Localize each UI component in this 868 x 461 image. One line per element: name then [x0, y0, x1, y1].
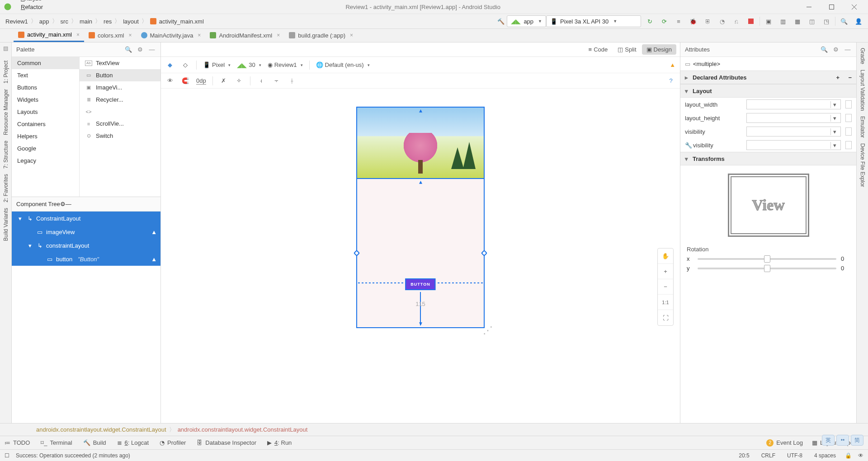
- file-encoding[interactable]: UTF-8: [784, 452, 805, 459]
- attribute-input[interactable]: ▾: [746, 99, 841, 109]
- palette-category[interactable]: Containers: [12, 118, 79, 130]
- breadcrumb-segment[interactable]: res: [102, 18, 113, 25]
- run-icon[interactable]: ≡: [673, 15, 684, 27]
- coverage-icon[interactable]: ⛨: [702, 15, 713, 27]
- magnet-icon[interactable]: 🧲: [181, 77, 190, 84]
- breadcrumb-segment[interactable]: main: [78, 18, 94, 25]
- palette-item[interactable]: ≡ScrollVie...: [80, 118, 160, 130]
- locale-selector[interactable]: 🌐Default (en-us)▾: [316, 61, 370, 68]
- tool-window-tab[interactable]: Gradle: [859, 45, 867, 67]
- close-icon[interactable]: ×: [76, 32, 80, 38]
- gear-icon[interactable]: ⚙: [136, 46, 144, 53]
- indent-setting[interactable]: 4 spaces: [811, 452, 839, 459]
- event-log-tab[interactable]: 2Event Log: [766, 439, 803, 447]
- theme-selector[interactable]: ◉Review1▾: [268, 61, 303, 68]
- app-quality-icon[interactable]: ◫: [806, 15, 818, 27]
- bottom-tool-tab[interactable]: ▶4: Run: [267, 439, 292, 446]
- editor-tab[interactable]: colors.xml×: [84, 28, 137, 42]
- pan-icon[interactable]: ✋: [658, 249, 673, 264]
- sdk-icon[interactable]: ▥: [777, 15, 789, 27]
- line-separator[interactable]: CRLF: [759, 452, 778, 459]
- layers-icon[interactable]: ◆: [165, 61, 175, 68]
- crumb-parent[interactable]: androidx.constraintlayout.widget.Constra…: [36, 426, 166, 433]
- editor-tab[interactable]: MainActivity.java×: [137, 28, 206, 42]
- warning-icon[interactable]: ▲: [670, 61, 675, 68]
- search-icon[interactable]: 🔍: [124, 46, 132, 53]
- resize-grip-icon[interactable]: ⋰: [483, 325, 493, 336]
- tool-window-tab[interactable]: Layout Validation: [859, 67, 867, 113]
- bottom-tool-tab[interactable]: ≣6: Logcat: [117, 439, 149, 446]
- layout-inspector-icon[interactable]: ▦: [792, 15, 803, 27]
- tool-window-tab[interactable]: Emulator: [859, 113, 867, 141]
- help-icon[interactable]: ?: [666, 77, 675, 84]
- breadcrumb-segment[interactable]: Review1: [4, 18, 30, 25]
- palette-item[interactable]: ▣ImageVi...: [80, 81, 160, 94]
- palette-category[interactable]: Legacy: [12, 155, 79, 167]
- default-margin[interactable]: 0dp: [196, 77, 206, 85]
- window-maximize[interactable]: [821, 0, 842, 14]
- bottom-tool-tab[interactable]: 🔨Build: [83, 439, 106, 446]
- search-icon[interactable]: 🔍: [820, 46, 828, 53]
- palette-category[interactable]: Widgets: [12, 94, 79, 106]
- view-mode-split[interactable]: ◫Split: [613, 44, 641, 55]
- palette-category[interactable]: Text: [12, 69, 79, 81]
- bottom-tool-tab[interactable]: ◔Profiler: [160, 439, 186, 446]
- inspector-icon[interactable]: 👁: [858, 452, 863, 459]
- menu-refactor[interactable]: Refactor: [17, 3, 47, 11]
- tool-window-tab[interactable]: Build Variants: [2, 205, 10, 244]
- tool-window-tab[interactable]: 2: Favorites: [2, 171, 10, 205]
- tool-window-tab[interactable]: Resource Manager: [2, 86, 10, 138]
- editor-tab[interactable]: activity_main.xml×: [14, 28, 84, 42]
- orientation-icon[interactable]: ◇: [181, 61, 190, 68]
- tree-node[interactable]: ▾↳ConstraintLayout: [12, 212, 160, 225]
- section-layout[interactable]: ▾Layout: [680, 84, 856, 98]
- chevron-down-icon[interactable]: ▾: [830, 115, 839, 122]
- window-minimize[interactable]: [798, 0, 819, 14]
- minimize-icon[interactable]: —: [148, 46, 156, 53]
- clear-constraints-icon[interactable]: ✗: [219, 77, 228, 84]
- api-level-selector[interactable]: ◢◣30▾: [237, 61, 261, 69]
- breadcrumb-segment[interactable]: src: [59, 18, 70, 25]
- guideline-icon[interactable]: ⟊: [288, 77, 297, 84]
- stop-icon[interactable]: [745, 15, 757, 27]
- gear-icon[interactable]: ⚙: [60, 201, 66, 207]
- ime-mode[interactable]: 简: [851, 435, 863, 446]
- tool-window-tab[interactable]: Device File Explor: [859, 141, 867, 190]
- palette-category[interactable]: Helpers: [12, 130, 79, 142]
- palette-item[interactable]: <>: [80, 106, 160, 118]
- attribute-flag[interactable]: [845, 127, 852, 136]
- palette-category[interactable]: Buttons: [12, 81, 79, 94]
- rotation-y-slider[interactable]: [698, 268, 836, 269]
- view-mode-code[interactable]: ≡Code: [584, 44, 613, 55]
- add-attribute-icon[interactable]: +: [836, 74, 840, 81]
- attribute-flag[interactable]: [845, 141, 852, 149]
- palette-category[interactable]: Common: [12, 57, 79, 69]
- crumb-child[interactable]: androidx.constraintlayout.widget.Constra…: [178, 426, 308, 433]
- bottom-tool-tab[interactable]: ⌑_Terminal: [41, 439, 72, 446]
- gear-icon[interactable]: ⚙: [832, 46, 840, 53]
- attribute-flag[interactable]: [845, 100, 852, 108]
- palette-item[interactable]: ⊙Switch: [80, 130, 160, 142]
- window-close[interactable]: [844, 0, 864, 14]
- breadcrumb-segment[interactable]: app: [38, 18, 51, 25]
- search-icon[interactable]: 🔍: [838, 15, 850, 27]
- zoom-1to1[interactable]: 1:1: [658, 295, 673, 310]
- tree-node[interactable]: ▭imageView▲: [12, 225, 160, 239]
- attach-icon[interactable]: ⎌: [731, 15, 742, 27]
- canvas[interactable]: 🔧 ▴ ▴ BUTTON ▴: [161, 89, 680, 423]
- attribute-input[interactable]: ▾: [746, 127, 841, 136]
- palette-item[interactable]: AbTextView: [80, 57, 160, 69]
- attribute-input[interactable]: ▾: [746, 113, 841, 123]
- rotation-x-slider[interactable]: [698, 258, 836, 260]
- minimize-icon[interactable]: —: [66, 201, 71, 207]
- section-declared-attributes[interactable]: ▸Declared Attributes + −: [680, 71, 856, 84]
- bottom-tool-tab[interactable]: 🗄Database Inspector: [197, 439, 256, 446]
- tree-node[interactable]: ▭button"Button"▲: [12, 252, 160, 266]
- tool-window-tab[interactable]: 1: Project: [2, 58, 10, 86]
- lock-icon[interactable]: 🔒: [845, 452, 852, 459]
- view-mode-design[interactable]: ▣Design: [642, 44, 676, 55]
- run-configuration-selector[interactable]: ◢◣ app ▼: [507, 15, 546, 27]
- caret-position[interactable]: 20:5: [736, 452, 752, 459]
- palette-category[interactable]: Google: [12, 142, 79, 155]
- bottom-tool-tab[interactable]: ≔TODO: [5, 439, 30, 446]
